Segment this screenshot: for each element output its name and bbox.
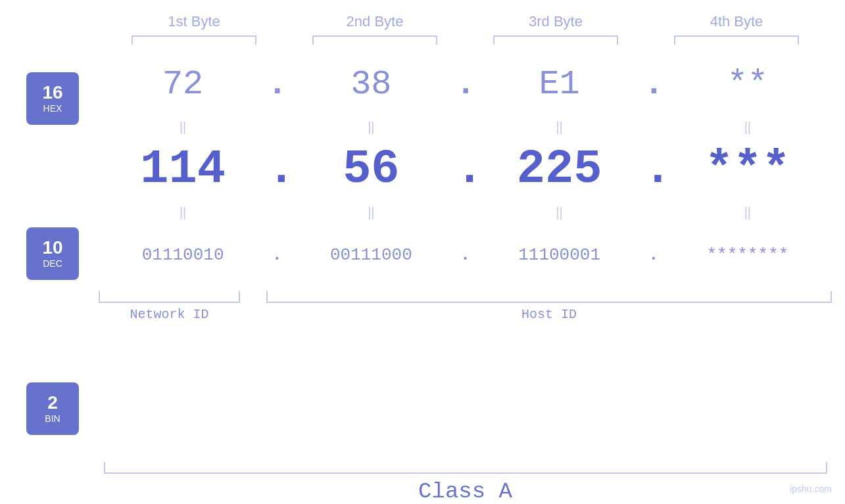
hex-value-row: 72 . 38 . E1 . ** [85,51,845,117]
hex-byte2-cell: 38 [287,65,455,104]
hex-byte1: 72 [162,65,203,104]
dec-dot3: . [644,146,664,193]
dec-badge-row: 10 DEC [26,224,85,290]
bin-byte4-cell: ******** [664,245,832,265]
dec-byte4-cell: *** [664,143,832,196]
class-label: Class A [104,479,827,504]
dec-byte2-cell: 56 [287,143,455,196]
hex-dot1: . [267,65,287,104]
host-id-label: Host ID [266,307,832,322]
bin-byte1: 01110010 [142,245,224,265]
rows-area: 72 . 38 . E1 . ** || || [85,51,845,462]
class-section: Class A [104,462,827,504]
byte2-header: 2nd Byte [285,13,466,35]
bin-byte3: 11100001 [518,245,600,265]
bin-badge: 2 BIN [26,382,79,435]
eq2-byte1: || [99,205,267,220]
hex-byte2: 38 [350,65,391,104]
dec-value-row: 114 . 56 . 225 . *** [85,137,845,202]
dec-byte1-cell: 114 [99,143,267,196]
top-brackets [104,35,827,45]
bin-dot1: . [267,246,287,263]
byte1-header: 1st Byte [104,13,285,35]
bracket-byte1 [132,35,256,45]
hex-byte3: E1 [539,65,579,104]
eq1-byte3: || [475,120,644,135]
bin-byte2: 00111000 [330,245,412,265]
dec-dot1: . [267,146,287,193]
byte3-header: 3rd Byte [466,13,646,35]
equals-row-2: || || || || [85,202,845,222]
dec-byte4: *** [705,143,790,196]
dec-badge-label: DEC [43,258,62,269]
header-row: 1st Byte 2nd Byte 3rd Byte 4th Byte [104,13,827,35]
hex-byte4: ** [727,65,768,104]
bin-dot2: . [456,246,475,263]
hex-badge: 16 HEX [26,72,79,125]
bin-byte2-cell: 00111000 [287,245,455,265]
eq2-byte2: || [287,205,455,220]
bin-dot3: . [644,246,664,263]
hex-byte1-cell: 72 [99,65,267,104]
hex-dot2: . [456,65,475,104]
eq-spacer-1 [26,170,85,189]
hex-byte3-cell: E1 [475,65,644,104]
watermark: ipshu.com [790,484,832,494]
bin-byte3-cell: 11100001 [475,245,644,265]
content-wrapper: 16 HEX 10 DEC 2 BIN [0,51,845,462]
main-container: 1st Byte 2nd Byte 3rd Byte 4th Byte 16 H… [0,0,845,504]
hex-badge-row: 16 HEX [26,69,85,135]
bin-badge-number: 2 [47,393,58,413]
network-id-bracket [99,291,240,303]
bin-badge-row: 2 BIN [26,379,85,445]
class-bracket [104,462,827,474]
hex-dot3: . [644,65,664,104]
dec-byte1: 114 [140,143,226,196]
eq-spacer-2 [26,325,85,344]
bin-byte1-cell: 01110010 [99,245,267,265]
bracket-byte4 [674,35,799,45]
dec-byte2: 56 [343,143,399,196]
hex-badge-label: HEX [43,103,62,114]
bottom-bracket-section: Network ID Host ID [85,291,845,337]
dec-badge: 10 DEC [26,227,79,280]
eq1-byte4: || [664,120,832,135]
dec-byte3-cell: 225 [475,143,644,196]
bin-value-row: 01110010 . 00111000 . 11100001 . *******… [85,222,845,288]
hex-byte4-cell: ** [664,65,832,104]
host-id-bracket [266,291,832,303]
eq2-byte4: || [664,205,832,220]
bracket-byte3 [493,35,618,45]
eq1-byte1: || [99,120,267,135]
eq2-byte3: || [475,205,644,220]
dec-byte3: 225 [517,143,602,196]
dec-badge-number: 10 [42,238,62,258]
dec-dot2: . [456,146,475,193]
eq1-byte2: || [287,120,455,135]
equals-row-1: || || || || [85,117,845,137]
bracket-byte2 [312,35,437,45]
bin-byte4: ******** [706,245,788,265]
network-id-label: Network ID [99,307,240,322]
byte4-header: 4th Byte [646,13,827,35]
badges-column: 16 HEX 10 DEC 2 BIN [0,51,85,462]
bin-badge-label: BIN [45,413,60,424]
hex-badge-number: 16 [42,83,62,103]
